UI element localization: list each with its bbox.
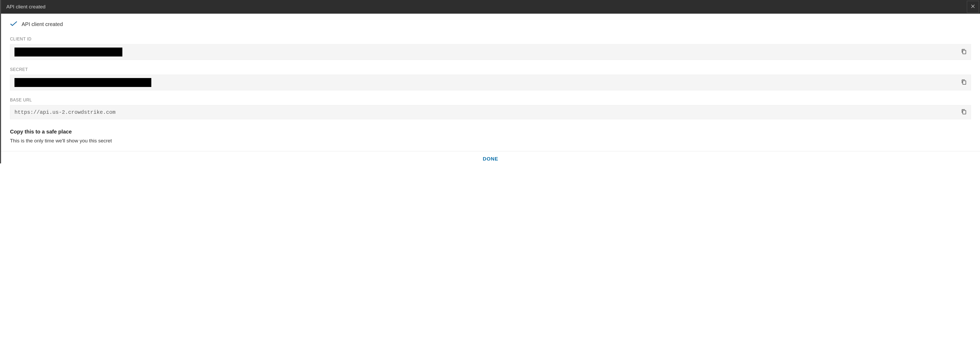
- secret-value-row: [10, 74, 971, 90]
- status-row: API client created: [10, 21, 971, 27]
- dialog-titlebar: API client created: [1, 0, 980, 14]
- warning-block: Copy this to a safe place This is the on…: [10, 129, 971, 144]
- checkmark-icon: [10, 21, 18, 27]
- secret-label: SECRET: [10, 67, 971, 72]
- copy-icon: [961, 109, 967, 116]
- copy-icon: [961, 79, 967, 86]
- secret-field: SECRET: [10, 67, 971, 90]
- dialog-content: API client created CLIENT ID SECRET: [1, 14, 980, 144]
- warning-text: This is the only time we'll show you thi…: [10, 138, 971, 144]
- status-message: API client created: [22, 21, 63, 27]
- copy-icon: [961, 48, 967, 56]
- svg-rect-2: [963, 50, 966, 54]
- close-button[interactable]: [967, 1, 979, 13]
- dialog-title: API client created: [6, 4, 46, 10]
- client-id-label: CLIENT ID: [10, 37, 971, 41]
- base-url-label: BASE URL: [10, 98, 971, 103]
- client-id-field: CLIENT ID: [10, 37, 971, 60]
- copy-client-id-button[interactable]: [961, 48, 967, 56]
- base-url-value: https://api.us-2.crowdstrike.com: [14, 109, 116, 116]
- done-button[interactable]: DONE: [483, 156, 498, 162]
- client-id-value: [14, 48, 123, 57]
- copy-base-url-button[interactable]: [961, 109, 967, 116]
- svg-rect-3: [963, 81, 966, 84]
- copy-secret-button[interactable]: [961, 79, 967, 86]
- client-id-value-row: [10, 44, 971, 60]
- base-url-field: BASE URL https://api.us-2.crowdstrike.co…: [10, 98, 971, 119]
- warning-heading: Copy this to a safe place: [10, 129, 971, 135]
- close-icon: [970, 4, 975, 10]
- api-client-created-dialog: API client created API client created CL…: [0, 0, 980, 163]
- svg-rect-4: [963, 110, 966, 114]
- base-url-value-row: https://api.us-2.crowdstrike.com: [10, 105, 971, 119]
- dialog-footer: DONE: [1, 151, 980, 163]
- secret-redacted: [14, 78, 151, 87]
- client-id-redacted: [14, 48, 123, 57]
- secret-value: [14, 78, 151, 87]
